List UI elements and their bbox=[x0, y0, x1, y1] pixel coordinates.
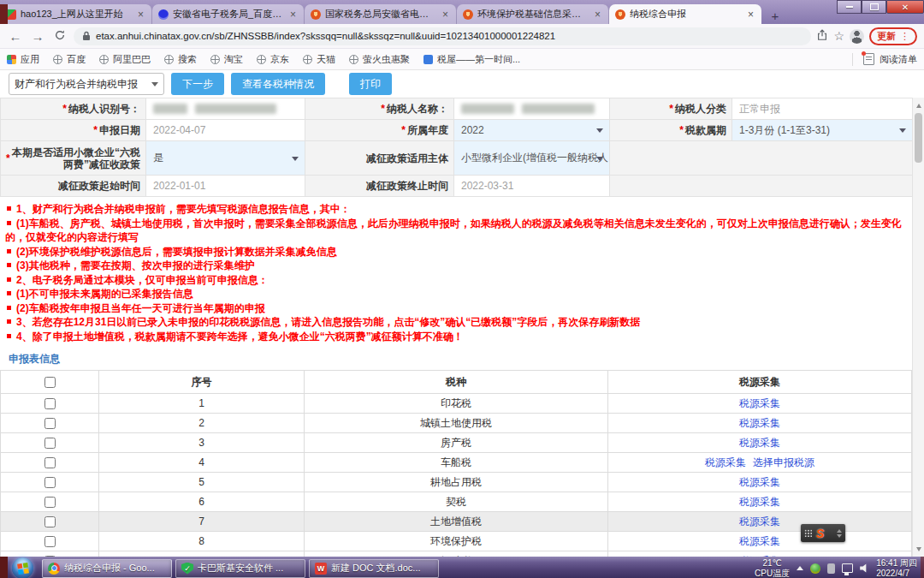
select-all-checkbox[interactable] bbox=[44, 377, 56, 388]
maximize-button[interactable] bbox=[862, 0, 886, 14]
close-button[interactable]: ✕ bbox=[886, 0, 924, 14]
year-select[interactable]: 2022 bbox=[454, 120, 610, 141]
taskbar-item[interactable]: 纳税综合申报 - Goo... bbox=[42, 559, 172, 578]
notice-line: 2、电子税务局通过本模块，仅可申报当前可申报信息： bbox=[5, 273, 921, 288]
ime-arrows-icon[interactable] bbox=[837, 529, 842, 538]
tab-close-icon[interactable]: × bbox=[288, 9, 298, 20]
row-checkbox[interactable] bbox=[44, 477, 56, 488]
report-row: 1 印花税 税源采集 bbox=[1, 394, 912, 414]
declare-date-label: 申报日期 bbox=[1, 120, 146, 141]
row-checkbox[interactable] bbox=[44, 457, 56, 468]
bookmark-item[interactable]: 应用 bbox=[7, 53, 39, 66]
row-checkbox[interactable] bbox=[44, 497, 56, 508]
chrome-update-button[interactable]: 更新 ⋮ bbox=[869, 27, 917, 45]
tax-source-collect-link[interactable]: 税源采集 bbox=[739, 397, 780, 409]
tax-source-collect-link[interactable]: 税源采集 bbox=[739, 496, 780, 508]
row-tax-name: 车船税 bbox=[305, 453, 608, 473]
declare-type-select[interactable]: 财产和行为税合并纳税申报 bbox=[9, 73, 164, 95]
report-table: 序号 税种 税源采集 1 印花税 税源采集 2 bbox=[0, 370, 912, 557]
network-icon[interactable] bbox=[842, 563, 853, 573]
minimize-button[interactable] bbox=[837, 0, 862, 14]
toolbar-button[interactable]: 查看各税种情况 bbox=[231, 73, 325, 95]
browser-tab-strip: hao123_上网从这里开始 × 安徽省电子税务局_百度搜索 × 国家税务总局安… bbox=[0, 0, 924, 24]
tax-source-collect-link[interactable]: 税源采集 bbox=[739, 437, 780, 449]
empty-cell bbox=[610, 176, 913, 197]
report-row: 3 房产税 税源采集 bbox=[1, 433, 912, 453]
row-checkbox[interactable] bbox=[44, 536, 56, 547]
policy-subject-label: 减征政策适用主体 bbox=[305, 141, 454, 176]
tax-source-collect-link[interactable]: 税源采集 bbox=[739, 515, 780, 527]
start-button[interactable] bbox=[12, 557, 33, 578]
reading-list-icon bbox=[863, 53, 874, 65]
report-row: 6 契税 税源采集 bbox=[1, 492, 912, 512]
row-tax-name: 房产税 bbox=[305, 433, 608, 453]
bookmark-item[interactable]: 搜索 bbox=[164, 53, 197, 66]
browser-tab[interactable]: 安徽省电子税务局_百度搜索 × bbox=[152, 4, 305, 24]
period-select[interactable]: 1-3月份 (1-1至3-31) bbox=[732, 120, 913, 141]
toolbar-button[interactable]: 打印 bbox=[349, 73, 392, 95]
back-icon[interactable]: ← bbox=[7, 30, 24, 43]
taxpayer-name-value bbox=[454, 98, 610, 120]
taskbar-clock[interactable]: 16:41 周四 2022/4/7 bbox=[876, 558, 917, 578]
browser-tab[interactable]: 纳税综合申报 × bbox=[609, 4, 761, 24]
taskbar-item[interactable]: 新建 DOC 文档.doc... bbox=[309, 559, 439, 578]
choose-declare-source-link[interactable]: 选择申报税源 bbox=[753, 456, 814, 468]
tab-title: 国家税务总局安徽省电子税务局 bbox=[325, 8, 436, 21]
browser-tab[interactable]: 环境保护税基础信息采集-国家税 × bbox=[457, 4, 609, 24]
report-row: 7 土地增值税 税源采集 bbox=[1, 512, 912, 532]
row-checkbox[interactable] bbox=[44, 398, 56, 409]
bookmark-item[interactable]: 淘宝 bbox=[210, 53, 243, 66]
bookmark-item[interactable]: 萤火虫惠聚 bbox=[349, 53, 410, 66]
tab-close-icon[interactable]: × bbox=[136, 9, 145, 20]
tax-source-collect-link[interactable]: 税源采集 bbox=[705, 456, 746, 468]
bookmark-item[interactable]: 京东 bbox=[257, 53, 289, 66]
update-label: 更新 bbox=[877, 30, 896, 43]
row-tax-name: 环境保护税 bbox=[305, 532, 608, 551]
notice-text: 1、财产和行为税合并纳税申报前，需要先填写税源信息报告信息，其中： bbox=[16, 203, 351, 215]
policy-subject-select[interactable]: 小型微利企业(增值税一般纳税人 bbox=[454, 141, 610, 176]
reading-list-button[interactable]: 阅读清单 bbox=[852, 53, 917, 66]
row-checkbox[interactable] bbox=[44, 516, 56, 527]
taskbar: 纳税综合申报 - Goo... 卡巴斯基安全软件 ... 新建 DOC 文档.d… bbox=[0, 557, 924, 578]
tab-close-icon[interactable]: × bbox=[593, 9, 602, 20]
micro-policy-select[interactable]: 是 bbox=[146, 141, 305, 176]
row-checkbox[interactable] bbox=[44, 418, 56, 429]
show-hidden-icons-arrow[interactable] bbox=[797, 566, 803, 570]
bookmark-item[interactable]: 税屋——第一时间... bbox=[424, 53, 520, 66]
toolbar-button[interactable]: 下一步 bbox=[171, 73, 224, 95]
tab-close-icon[interactable]: × bbox=[441, 9, 450, 20]
new-tab-button[interactable]: + bbox=[765, 7, 785, 24]
forward-icon[interactable]: → bbox=[29, 30, 46, 43]
profile-avatar[interactable] bbox=[850, 29, 864, 44]
sogou-ime-bar[interactable]: S bbox=[801, 524, 845, 542]
notice-line: (2)环境保护税维护税源信息后，需要填报申报计算数据并采集减免信息 bbox=[5, 245, 921, 259]
bookmark-star-icon[interactable]: ☆ bbox=[833, 30, 844, 42]
report-row: 8 环境保护税 税源采集 bbox=[1, 532, 912, 551]
tax-source-collect-link[interactable]: 税源采集 bbox=[739, 476, 780, 488]
bookmark-item[interactable]: 天猫 bbox=[303, 53, 335, 66]
page-scrollbar[interactable] bbox=[912, 98, 924, 557]
tax-source-collect-link[interactable]: 税源采集 bbox=[739, 535, 780, 547]
bookmark-item[interactable]: 百度 bbox=[53, 53, 86, 66]
share-icon[interactable] bbox=[816, 29, 828, 43]
tab-title: hao123_上网从这里开始 bbox=[21, 8, 132, 21]
url-box[interactable]: etax.anhui.chinatax.gov.cn/sb/ZHNSSBB/in… bbox=[74, 27, 811, 45]
browser-tab[interactable]: 国家税务总局安徽省电子税务局 × bbox=[305, 4, 457, 24]
volume-icon[interactable] bbox=[860, 563, 869, 573]
scrollbar-thumb[interactable] bbox=[915, 113, 922, 163]
tax-source-collect-link[interactable]: 税源采集 bbox=[739, 417, 780, 429]
scroll-down-arrow-icon[interactable] bbox=[913, 543, 924, 555]
antivirus-tray-icon[interactable] bbox=[810, 563, 820, 574]
row-checkbox[interactable] bbox=[44, 438, 56, 449]
scroll-up-arrow-icon[interactable] bbox=[913, 99, 924, 111]
redacted-value bbox=[461, 104, 514, 114]
reload-icon[interactable] bbox=[51, 29, 68, 43]
row-links: 税源采集 bbox=[608, 414, 912, 433]
bookmark-label: 应用 bbox=[21, 53, 39, 66]
bullet-icon bbox=[7, 206, 11, 211]
tab-close-icon[interactable]: × bbox=[746, 9, 755, 20]
browser-tab[interactable]: hao123_上网从这里开始 × bbox=[0, 4, 152, 24]
tray-status-icon[interactable] bbox=[827, 563, 835, 574]
taskbar-item[interactable]: 卡巴斯基安全软件 ... bbox=[175, 559, 305, 578]
bookmark-item[interactable]: 阿里巴巴 bbox=[99, 53, 151, 66]
